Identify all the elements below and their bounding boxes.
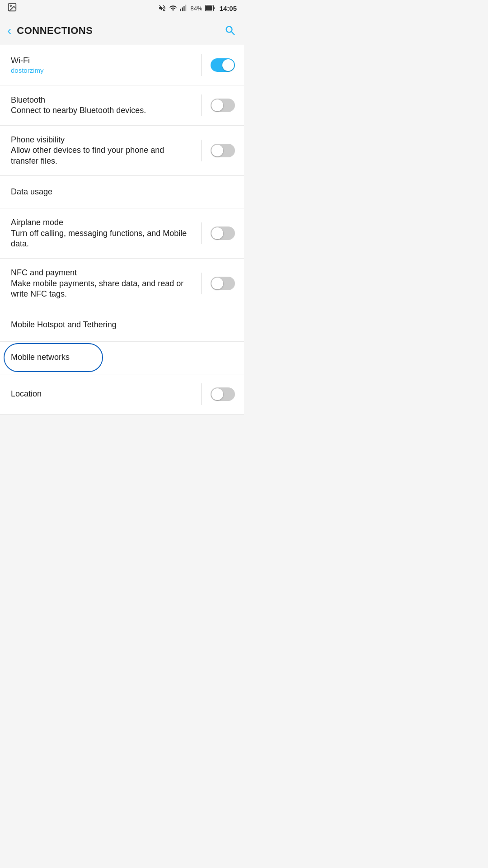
status-icons: 84% 14:05 bbox=[158, 4, 237, 12]
toggle-knob-phone-visibility bbox=[211, 145, 223, 156]
item-title-wifi: Wi-Fi bbox=[11, 56, 192, 66]
battery-text: 84% bbox=[191, 5, 202, 12]
toggle-knob-bluetooth bbox=[211, 99, 223, 111]
divider-nfc bbox=[201, 273, 202, 294]
divider-phone-visibility bbox=[201, 140, 202, 161]
svg-point-1 bbox=[10, 5, 11, 6]
signal-icon bbox=[180, 4, 188, 12]
item-content-airplane-mode: Airplane modeTurn off calling, messaging… bbox=[11, 217, 192, 249]
settings-item-wifi[interactable]: Wi-Fidostorzimy bbox=[0, 45, 244, 85]
settings-item-bluetooth[interactable]: BluetoothConnect to nearby Bluetooth dev… bbox=[0, 85, 244, 126]
item-title-bluetooth: Bluetooth bbox=[11, 95, 192, 105]
item-title-location: Location bbox=[11, 389, 192, 399]
wifi-icon bbox=[169, 4, 177, 12]
item-title-data-usage: Data usage bbox=[11, 187, 235, 197]
item-subtitle-wifi: dostorzimy bbox=[11, 66, 192, 75]
item-content-wifi: Wi-Fidostorzimy bbox=[11, 56, 192, 75]
status-bar: 84% 14:05 bbox=[0, 0, 244, 16]
search-button[interactable] bbox=[224, 24, 237, 37]
settings-list: Wi-Fidostorzimy BluetoothConnect to near… bbox=[0, 45, 244, 415]
item-content-nfc: NFC and paymentMake mobile payments, sha… bbox=[11, 268, 192, 299]
settings-item-location[interactable]: Location bbox=[0, 374, 244, 415]
divider-location bbox=[201, 383, 202, 405]
divider-airplane-mode bbox=[201, 222, 202, 244]
item-content-mobile-networks: Mobile networks bbox=[11, 352, 235, 363]
status-time: 14:05 bbox=[220, 5, 237, 12]
toggle-knob-wifi bbox=[222, 59, 234, 71]
item-title-hotspot: Mobile Hotspot and Tethering bbox=[11, 320, 235, 330]
gallery-icon bbox=[7, 2, 17, 12]
item-content-bluetooth: BluetoothConnect to nearby Bluetooth dev… bbox=[11, 95, 192, 116]
toggle-phone-visibility[interactable] bbox=[211, 144, 235, 157]
toggle-knob-location bbox=[211, 388, 223, 400]
svg-rect-4 bbox=[183, 6, 184, 11]
item-subtitle-phone-visibility: Allow other devices to find your phone a… bbox=[11, 145, 192, 166]
item-content-phone-visibility: Phone visibilityAllow other devices to f… bbox=[11, 135, 192, 166]
toggle-wifi[interactable] bbox=[211, 58, 235, 72]
toggle-knob-nfc bbox=[211, 278, 223, 289]
divider-bluetooth bbox=[201, 94, 202, 116]
toggle-location[interactable] bbox=[211, 387, 235, 401]
toggle-knob-airplane-mode bbox=[211, 227, 223, 239]
settings-item-airplane-mode[interactable]: Airplane modeTurn off calling, messaging… bbox=[0, 208, 244, 259]
battery-icon bbox=[205, 5, 215, 11]
item-title-phone-visibility: Phone visibility bbox=[11, 135, 192, 145]
item-subtitle-airplane-mode: Turn off calling, messaging functions, a… bbox=[11, 228, 192, 250]
item-content-data-usage: Data usage bbox=[11, 187, 235, 197]
divider-wifi bbox=[201, 54, 202, 76]
toggle-nfc[interactable] bbox=[211, 277, 235, 290]
item-content-hotspot: Mobile Hotspot and Tethering bbox=[11, 320, 235, 330]
settings-item-data-usage[interactable]: Data usage bbox=[0, 176, 244, 208]
gallery-icon-area bbox=[7, 2, 17, 14]
svg-rect-5 bbox=[185, 5, 186, 11]
back-button[interactable]: ‹ bbox=[7, 24, 11, 37]
settings-item-mobile-networks[interactable]: Mobile networks bbox=[0, 342, 244, 374]
settings-item-nfc[interactable]: NFC and paymentMake mobile payments, sha… bbox=[0, 259, 244, 309]
item-title-nfc: NFC and payment bbox=[11, 268, 192, 278]
page-title: CONNECTIONS bbox=[17, 25, 224, 37]
toggle-bluetooth[interactable] bbox=[211, 99, 235, 112]
item-subtitle-bluetooth: Connect to nearby Bluetooth devices. bbox=[11, 105, 192, 116]
settings-item-phone-visibility[interactable]: Phone visibilityAllow other devices to f… bbox=[0, 126, 244, 176]
svg-rect-7 bbox=[206, 6, 212, 11]
item-title-airplane-mode: Airplane mode bbox=[11, 217, 192, 228]
header: ‹ CONNECTIONS bbox=[0, 16, 244, 45]
item-subtitle-nfc: Make mobile payments, share data, and re… bbox=[11, 278, 192, 300]
item-content-location: Location bbox=[11, 389, 192, 399]
item-title-mobile-networks: Mobile networks bbox=[11, 352, 235, 363]
svg-rect-3 bbox=[182, 8, 183, 11]
settings-item-hotspot[interactable]: Mobile Hotspot and Tethering bbox=[0, 309, 244, 342]
toggle-airplane-mode[interactable] bbox=[211, 226, 235, 240]
mute-icon bbox=[158, 4, 166, 12]
svg-rect-2 bbox=[180, 9, 181, 11]
